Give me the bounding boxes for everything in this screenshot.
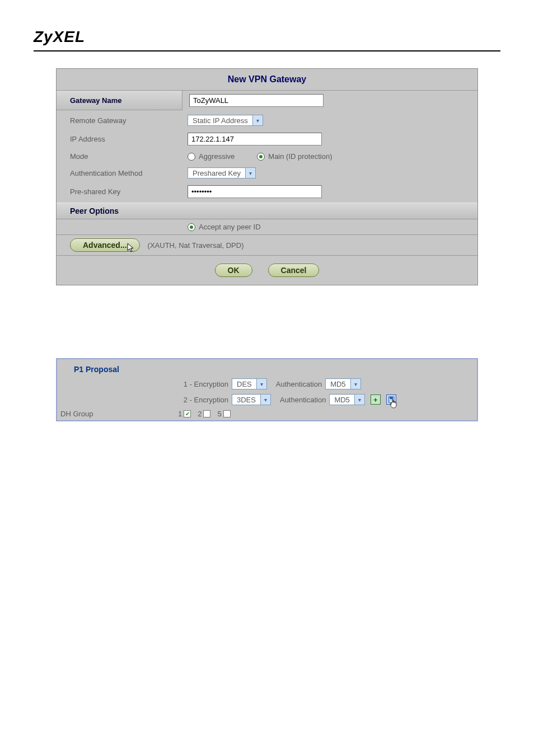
ip-address-row: IP Address xyxy=(57,129,477,149)
save-proposal-button[interactable] xyxy=(386,395,396,405)
gateway-name-label: Gateway Name xyxy=(57,91,182,110)
mode-aggressive-label: Aggressive xyxy=(199,152,235,161)
remote-gateway-select[interactable]: Static IP Address ▾ xyxy=(188,115,263,126)
psk-row: Pre-shared Key xyxy=(57,182,477,201)
chevron-down-icon: ▾ xyxy=(350,379,360,389)
mode-label: Mode xyxy=(70,152,188,161)
dh-group-label: DH Group xyxy=(60,410,178,418)
p1-proposal-title: P1 Proposal xyxy=(57,359,477,376)
p1-proposal-panel: P1 Proposal 1 - Encryption DES ▾ Authent… xyxy=(56,358,478,421)
accept-any-peer-radio[interactable]: Accept any peer ID xyxy=(188,223,261,231)
gateway-name-row: Gateway Name xyxy=(57,91,477,110)
remote-gateway-label: Remote Gateway xyxy=(70,116,188,125)
advanced-button[interactable]: Advanced... xyxy=(70,238,140,252)
panel-title: New VPN Gateway xyxy=(57,69,477,91)
svg-rect-1 xyxy=(390,397,393,399)
ok-button[interactable]: OK xyxy=(215,264,252,277)
ip-address-label: IP Address xyxy=(70,135,188,143)
add-proposal-button[interactable]: + xyxy=(371,395,381,405)
mode-main-label: Main (ID protection) xyxy=(268,152,332,161)
proposal-2-auth-label: Authentication xyxy=(280,396,326,404)
proposal-1-auth-label: Authentication xyxy=(276,380,322,388)
radio-selected-icon xyxy=(257,153,265,161)
proposal-2-auth-select[interactable]: MD5 ▾ xyxy=(329,394,364,405)
proposal-1-auth-select[interactable]: MD5 ▾ xyxy=(325,378,360,389)
ip-address-input[interactable] xyxy=(188,133,322,145)
auth-method-row: Authentication Method Preshared Key ▾ xyxy=(57,164,477,182)
brand-logo: ZyXEL xyxy=(34,28,85,45)
radio-icon xyxy=(188,153,195,161)
auth-method-label: Authentication Method xyxy=(70,169,188,177)
chevron-down-icon: ▾ xyxy=(256,379,266,389)
advanced-note: (XAUTH, Nat Traversal, DPD) xyxy=(148,241,244,250)
svg-rect-2 xyxy=(390,400,393,402)
psk-label: Pre-shared Key xyxy=(70,187,188,196)
remote-gateway-row: Remote Gateway Static IP Address ▾ xyxy=(57,111,477,129)
dh-group-5[interactable]: 5 xyxy=(217,410,236,418)
accept-peer-row: Accept any peer ID xyxy=(57,219,477,234)
dh-group-1[interactable]: 1 xyxy=(178,410,196,418)
cursor-arrow-icon xyxy=(127,243,136,255)
advanced-row: Advanced... (XAUTH, Nat Traversal, DPD) xyxy=(57,234,477,255)
auth-method-select[interactable]: Preshared Key ▾ xyxy=(188,167,256,179)
mode-row: Mode Aggressive Main (ID protection) xyxy=(57,149,477,164)
vpn-gateway-panel: New VPN Gateway Gateway Name Remote Gate… xyxy=(56,68,478,285)
cancel-button[interactable]: Cancel xyxy=(268,264,320,277)
chevron-down-icon: ▾ xyxy=(260,395,270,405)
chevron-down-icon: ▾ xyxy=(252,115,263,125)
checkbox-icon xyxy=(203,410,210,417)
proposal-row-1: 1 - Encryption DES ▾ Authentication MD5 … xyxy=(57,376,477,392)
proposal-2-label: 2 - Encryption xyxy=(178,396,228,404)
radio-selected-icon xyxy=(188,223,195,231)
psk-input[interactable] xyxy=(188,185,322,198)
dh-group-row: DH Group 1 2 5 xyxy=(57,407,477,420)
mode-main-radio[interactable]: Main (ID protection) xyxy=(257,152,332,161)
brand-header: ZyXEL xyxy=(34,28,500,51)
proposal-1-label: 1 - Encryption xyxy=(178,380,228,388)
gateway-name-input[interactable] xyxy=(189,94,324,107)
dialog-buttons: OK Cancel xyxy=(57,255,477,285)
accept-any-peer-label: Accept any peer ID xyxy=(199,223,261,231)
peer-options-header: Peer Options xyxy=(57,203,477,219)
mode-aggressive-radio[interactable]: Aggressive xyxy=(188,152,235,161)
proposal-2-enc-select[interactable]: 3DES ▾ xyxy=(232,394,271,405)
chevron-down-icon: ▾ xyxy=(354,395,364,405)
checkbox-checked-icon xyxy=(184,410,191,417)
checkbox-icon xyxy=(223,410,231,417)
dh-group-2[interactable]: 2 xyxy=(198,410,216,418)
proposal-row-2: 2 - Encryption 3DES ▾ Authentication MD5… xyxy=(57,392,477,407)
chevron-down-icon: ▾ xyxy=(245,168,255,178)
proposal-1-enc-select[interactable]: DES ▾ xyxy=(232,378,267,389)
